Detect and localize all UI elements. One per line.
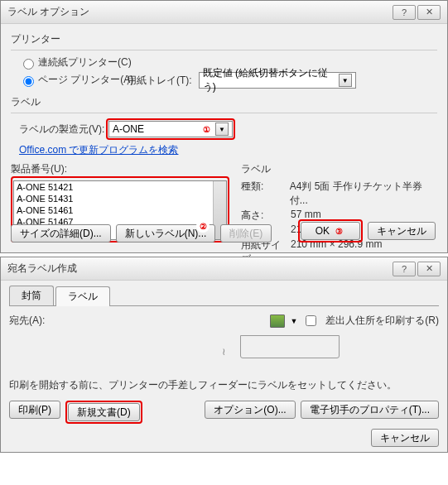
help-button[interactable]: ?	[393, 262, 416, 276]
snip-glyph: ≀	[222, 346, 226, 358]
vendor-label: ラベルの製造元(V):	[19, 122, 106, 137]
badge-1: ①	[200, 122, 213, 136]
tab-envelope[interactable]: 封筒	[9, 286, 54, 305]
tray-combo[interactable]: 既定値 (給紙切替ボタンに従う) ▼	[199, 72, 356, 89]
dialog-title: ラベル オプション	[7, 5, 393, 19]
cancel-button[interactable]: キャンセル	[371, 429, 439, 447]
tab-label[interactable]: ラベル	[55, 286, 110, 306]
estamp-button[interactable]: 電子切手のプロパティ(T)...	[301, 401, 439, 419]
help-button[interactable]: ?	[393, 5, 416, 20]
close-button[interactable]: ✕	[417, 262, 441, 276]
info-kind-value: A4判 5面 手作りチケット半券付...	[290, 180, 437, 208]
radio-page[interactable]	[23, 76, 34, 87]
list-item[interactable]: A-ONE 51461	[14, 204, 226, 216]
instruction-text: 印刷を開始する前に、プリンターの手差しフィーダーにラベルをセットしてください。	[9, 378, 439, 392]
tray-label: 用紙トレイ(T):	[127, 74, 192, 88]
dialog2-title: 宛名ラベル作成	[7, 262, 393, 276]
tray-value: 既定値 (給紙切替ボタンに従う)	[203, 66, 336, 94]
badge-2: ②	[196, 219, 210, 233]
snip-indicator: ≀	[9, 329, 439, 370]
info-height-label: 高さ:	[241, 209, 291, 223]
size-detail-button[interactable]: サイズの詳細(D)...	[11, 224, 111, 242]
radio-page-label: ページ プリンター(A)	[38, 73, 133, 87]
ok-button[interactable]: OK ③	[301, 222, 360, 240]
option-button[interactable]: オプション(O)...	[205, 401, 295, 419]
info-kind-label: 種類:	[241, 180, 290, 208]
sender-label: 差出人住所を印刷する(R)	[325, 314, 439, 328]
info-title: ラベル	[241, 162, 437, 176]
addr-label: 宛先(A):	[9, 314, 45, 328]
cancel-button[interactable]: キャンセル	[368, 222, 436, 240]
ok-label: OK	[316, 225, 330, 237]
list-item[interactable]: A-ONE 51431	[14, 193, 226, 204]
list-item[interactable]: A-ONE 51421	[14, 181, 226, 193]
update-link[interactable]: Office.com で更新プログラムを検索	[19, 143, 178, 157]
sender-checkbox[interactable]	[306, 315, 316, 326]
label-group-label: ラベル	[11, 95, 437, 109]
vendor-value: A-ONE	[113, 123, 200, 135]
close-button[interactable]: ✕	[417, 5, 441, 20]
new-doc-button[interactable]: 新規文書(D)	[68, 403, 140, 421]
radio-continuous-label: 連続紙プリンター(C)	[38, 55, 132, 70]
titlebar: 宛名ラベル作成 ? ✕	[1, 257, 447, 281]
preview-box	[240, 335, 340, 358]
chevron-down-icon[interactable]: ▼	[215, 122, 229, 136]
chevron-down-icon[interactable]: ▼	[290, 317, 297, 325]
address-book-icon[interactable]	[270, 315, 285, 328]
printer-group-label: プリンター	[11, 32, 437, 46]
chevron-down-icon[interactable]: ▼	[339, 74, 352, 87]
vendor-combo[interactable]: A-ONE ① ▼	[108, 121, 233, 137]
print-button[interactable]: 印刷(P)	[9, 401, 60, 419]
titlebar: ラベル オプション ? ✕	[1, 1, 447, 24]
radio-continuous[interactable]	[23, 59, 34, 70]
badge-3: ③	[332, 224, 345, 238]
product-label: 製品番号(U):	[11, 163, 67, 175]
delete-button: 削除(E)	[220, 224, 272, 242]
